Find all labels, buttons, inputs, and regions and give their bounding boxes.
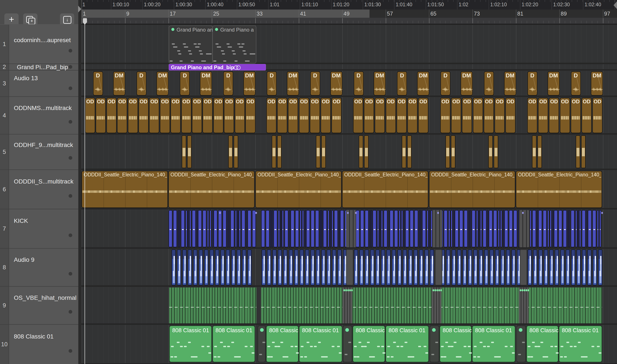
audio-clip-D[interactable]: D (527, 71, 537, 96)
audio-clip-audio9[interactable] (272, 249, 277, 285)
track-header-2[interactable]: 2Grand Pi...Pad_bip (0, 64, 78, 70)
audio-clip-audio9[interactable] (430, 249, 434, 285)
audio-clip-kick[interactable] (410, 210, 414, 247)
audio-clip-kick[interactable] (214, 210, 217, 247)
audio-clip-hf[interactable] (182, 135, 186, 168)
audio-clip-D[interactable]: D (223, 71, 233, 96)
audio-clip-OD[interactable]: OD (538, 98, 548, 133)
audio-clip-DM[interactable]: DM (591, 71, 603, 96)
track-header-8[interactable]: 8Audio 9 (0, 248, 78, 287)
track-name[interactable]: ODDHF_9...multitrack (14, 142, 73, 148)
audio-clip-kick[interactable] (597, 210, 599, 247)
audio-clip-OD[interactable]: OD (299, 98, 309, 133)
audio-clip-audio9[interactable] (354, 249, 358, 285)
audio-clip-D[interactable]: D (136, 71, 147, 96)
audio-clip-kick[interactable] (381, 210, 383, 247)
audio-clip-kick[interactable] (207, 210, 209, 247)
audio-clip-kick[interactable] (291, 210, 295, 247)
audio-clip-DM[interactable]: DM (330, 71, 342, 96)
audio-clip-audio9[interactable] (452, 249, 456, 285)
audio-clip-audio9[interactable] (177, 249, 181, 285)
track-status-dot[interactable] (68, 349, 72, 353)
audio-clip-kick[interactable] (230, 210, 234, 247)
audio-clip-kick[interactable] (334, 210, 338, 247)
audio-clip-kick[interactable] (569, 210, 570, 247)
audio-clip-OD[interactable]: OD (592, 98, 603, 133)
audio-clip-audio9[interactable] (210, 249, 214, 285)
audio-clip-kick[interactable] (179, 210, 180, 247)
audio-clip-kick[interactable] (472, 210, 476, 247)
audio-clip-kick[interactable] (315, 210, 319, 247)
track-name[interactable]: 808 Classic 01 (14, 333, 54, 340)
audio-clip-DM[interactable]: DM (287, 71, 299, 96)
track-header-7[interactable]: 7KICK (0, 209, 78, 248)
track-status-dot[interactable] (68, 49, 72, 52)
audio-clip-OD[interactable]: OD (128, 98, 138, 133)
audio-clip-audio9[interactable] (226, 249, 230, 285)
track-header-9[interactable]: 9OS_VBE_hihat_normal (0, 287, 78, 325)
audio-clip-audio9[interactable] (242, 249, 246, 285)
audio-clip-audio9[interactable] (182, 249, 187, 285)
track-status-dot[interactable] (68, 65, 72, 69)
audio-clip-audio9[interactable] (408, 249, 412, 285)
audio-region-hihat[interactable] (169, 287, 256, 323)
audio-clip-kick[interactable] (192, 210, 196, 247)
audio-clip-OD[interactable]: OD (149, 98, 159, 133)
audio-clip-OD[interactable]: OD (160, 98, 170, 133)
audio-clip-kick[interactable] (340, 210, 344, 247)
muted-clip-audio9[interactable] (520, 249, 527, 285)
midi-region-808-classic[interactable]: 808 Classic 01 (299, 325, 342, 362)
audio-clip-audio9[interactable] (310, 249, 315, 285)
track-name[interactable]: ODDDII_S...multitrack (14, 178, 73, 185)
track-name[interactable]: Audio 13 (14, 75, 38, 82)
audio-clip-audio9[interactable] (365, 249, 369, 285)
audio-clip-kick[interactable] (504, 210, 508, 247)
midi-region-grand-piano[interactable]: Grand Piano a (213, 26, 256, 64)
audio-clip-audio9[interactable] (549, 249, 553, 285)
audio-clip-kick[interactable] (563, 210, 567, 247)
audio-clip-kick[interactable] (252, 210, 256, 247)
muted-clip-kick[interactable] (346, 210, 356, 247)
audio-region-seattle-electric-piano[interactable]: ODDDII_Seattle_Electric_Piano_140_ (342, 171, 428, 208)
audio-clip-kick[interactable] (247, 210, 251, 247)
audio-clip-D[interactable]: D (267, 71, 277, 96)
audio-clip-kick[interactable] (218, 210, 222, 247)
track-header-5[interactable]: 5ODDHF_9...multitrack (0, 134, 78, 170)
audio-clip-OD[interactable]: OD (495, 98, 505, 133)
audio-clip-kick[interactable] (295, 210, 299, 247)
audio-clip-audio9[interactable] (316, 249, 320, 285)
audio-clip-kick[interactable] (451, 210, 453, 247)
track-header-10[interactable]: 10808 Classic 01 (0, 325, 78, 364)
audio-clip-kick[interactable] (550, 210, 552, 247)
audio-clip-kick[interactable] (422, 210, 426, 247)
audio-clip-DM[interactable]: DM (156, 71, 169, 96)
ruler-tick-strip[interactable] (81, 18, 617, 24)
audio-clip-audio9[interactable] (473, 249, 477, 285)
audio-clip-kick[interactable] (459, 210, 463, 247)
audio-clip-kick[interactable] (588, 210, 592, 247)
audio-clip-OD[interactable]: OD (418, 98, 428, 133)
region-grand-piano-pad-bip[interactable]: Grand Piano and Pad_bip (169, 64, 266, 70)
audio-clip-kick[interactable] (241, 210, 245, 247)
audio-clip-audio9[interactable] (593, 249, 597, 285)
audio-clip-kick[interactable] (448, 210, 450, 247)
audio-clip-hf[interactable] (228, 135, 233, 168)
midi-region-808-classic[interactable]: 808 Classic (353, 325, 385, 362)
audio-clip-audio9[interactable] (220, 249, 225, 285)
audio-clip-audio9[interactable] (392, 249, 396, 285)
audio-clip-OD[interactable]: OD (138, 98, 149, 133)
audio-clip-audio9[interactable] (533, 249, 537, 285)
audio-clip-hf[interactable] (488, 135, 493, 168)
audio-clip-audio9[interactable] (490, 249, 494, 285)
audio-clip-hf[interactable] (581, 135, 586, 168)
audio-clip-kick[interactable] (509, 210, 513, 247)
track-status-dot[interactable] (68, 120, 72, 124)
audio-clip-OD[interactable]: OD (386, 98, 396, 133)
audio-clip-hf[interactable] (277, 135, 282, 168)
audio-clip-kick[interactable] (582, 210, 586, 247)
audio-clip-kick[interactable] (500, 210, 502, 247)
muted-region-hihat[interactable] (342, 287, 352, 323)
audio-clip-kick[interactable] (209, 210, 211, 247)
audio-clip-kick[interactable] (235, 210, 237, 247)
audio-clip-kick[interactable] (181, 210, 185, 247)
